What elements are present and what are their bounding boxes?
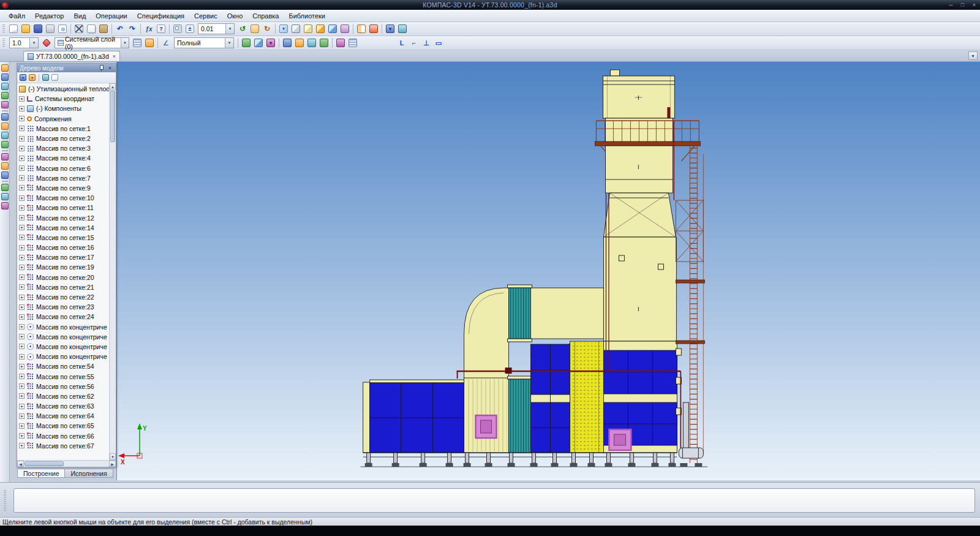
quick-line-button[interactable]: L <box>396 37 408 49</box>
current-scale-combo[interactable]: 0.01 ▾ <box>198 23 235 34</box>
scroll-down-icon[interactable]: ▼ <box>110 453 116 460</box>
expand-icon[interactable]: + <box>19 245 24 251</box>
expand-icon[interactable]: + <box>19 205 24 211</box>
hide-auxiliary-button[interactable]: ▾ <box>265 37 277 49</box>
tree-vertical-scrollbar[interactable]: ▲ ▼ <box>109 83 116 460</box>
expand-icon[interactable]: + <box>19 284 24 290</box>
auxiliary-geometry-tools[interactable] <box>1 101 9 108</box>
strip-separator[interactable] <box>2 181 8 182</box>
save-document-button[interactable] <box>32 23 44 35</box>
menu-file[interactable]: Файл <box>4 11 30 21</box>
expand-icon[interactable]: + <box>19 215 24 221</box>
support-frame[interactable] <box>361 453 708 467</box>
print-preview-button[interactable] <box>56 23 69 35</box>
expand-icon[interactable]: + <box>19 334 24 339</box>
tree-item[interactable]: + Массив по сетке:17 <box>17 252 109 262</box>
rotate-view-button[interactable]: ↻ <box>261 23 273 35</box>
undo-button[interactable]: ↶ <box>114 23 126 35</box>
hidden-lines-display-button[interactable] <box>302 23 314 35</box>
tree-item[interactable]: + Массив по сетке:19 <box>17 262 109 272</box>
model-windows-button[interactable] <box>396 23 409 35</box>
expand-icon[interactable]: + <box>19 443 24 448</box>
design-elements-tools[interactable] <box>1 153 9 160</box>
expand-icon[interactable]: + <box>19 324 24 330</box>
bottom-tab[interactable]: Построение <box>17 469 65 478</box>
pan-button[interactable] <box>249 23 261 35</box>
tree-item[interactable]: + Массив по сетке:21 <box>17 282 109 292</box>
tree-item[interactable]: + Массив по сетке:65 <box>17 421 109 431</box>
toolbar-separator[interactable] <box>39 74 39 81</box>
zoom-in-out-button[interactable]: ± <box>184 23 196 35</box>
space-curves-tools[interactable] <box>1 74 9 81</box>
expand-icon[interactable]: + <box>19 185 24 191</box>
expand-icon[interactable]: + <box>19 96 24 102</box>
chevron-down-icon[interactable]: ▾ <box>225 24 234 34</box>
chevron-down-icon[interactable]: ▾ <box>29 38 38 48</box>
relations-button[interactable] <box>41 73 50 83</box>
sketch-mode-button[interactable] <box>240 37 252 49</box>
tree-panel-titlebar[interactable]: Дерево модели × <box>17 64 116 72</box>
tree-item[interactable]: + Массив по сетке:10 <box>17 193 109 203</box>
menu-service[interactable]: Сервис <box>189 11 222 21</box>
context-help-button[interactable]: ? <box>155 23 167 35</box>
expand-icon[interactable]: + <box>19 265 24 270</box>
redo-button[interactable]: ↷ <box>126 23 138 35</box>
document-tab[interactable]: УТ.73.00.0000_(fn-1).a3d × <box>23 51 120 61</box>
stack-mid-section[interactable] <box>605 146 673 193</box>
bypass-stack-body[interactable] <box>603 237 676 341</box>
drain-piping[interactable] <box>679 402 703 458</box>
rebuild-model-button[interactable] <box>368 23 380 35</box>
quick-parallel-button[interactable]: ⌐ <box>408 37 420 49</box>
expand-icon[interactable]: + <box>19 413 24 419</box>
tree-item[interactable]: + Массив по сетке:12 <box>17 213 109 222</box>
surfaces-tools[interactable] <box>1 83 9 90</box>
tree-item[interactable]: + Массив по сетке:24 <box>17 312 109 322</box>
expand-icon[interactable]: + <box>19 314 24 320</box>
menu-operations[interactable]: Операции <box>91 11 132 21</box>
section-view-button[interactable] <box>355 23 368 35</box>
tree-item[interactable]: + Массив по сетке:56 <box>17 382 109 391</box>
expand-icon[interactable]: + <box>19 344 24 349</box>
layer-state-button[interactable] <box>40 37 53 49</box>
tree-item[interactable]: + Массив по сетке:1 <box>17 124 109 134</box>
expand-icon[interactable]: + <box>19 175 24 181</box>
toolbar-separator[interactable] <box>332 38 333 48</box>
tree-item[interactable]: + Сопряжения <box>17 114 109 124</box>
load-mode-combo[interactable]: Полный ▾ <box>174 37 234 48</box>
scrollbar-thumb[interactable] <box>110 91 115 142</box>
wireframe-display-button[interactable] <box>290 23 302 35</box>
menu-window[interactable]: Окно <box>222 11 248 21</box>
specification-tools[interactable] <box>1 132 9 139</box>
filter-panel-section[interactable] <box>464 378 509 453</box>
tree-item[interactable]: + Массив по сетке:14 <box>17 223 109 233</box>
expand-icon[interactable]: + <box>19 136 24 142</box>
chevron-down-icon[interactable]: ▾ <box>225 38 233 48</box>
tree-item[interactable]: + Массив по сетке:9 <box>17 183 109 193</box>
toolbar-grip[interactable] <box>2 39 5 48</box>
tree-item[interactable]: + Массив по сетке:55 <box>17 371 109 381</box>
expand-icon[interactable]: + <box>19 404 24 409</box>
angle-snap-button[interactable]: ∠ <box>160 37 172 49</box>
expand-icon[interactable]: + <box>19 433 24 439</box>
yellow-casing-section[interactable] <box>570 341 603 453</box>
menu-view[interactable]: Вид <box>69 11 91 21</box>
expand-icon[interactable]: + <box>19 146 24 151</box>
scroll-right-icon[interactable]: ▶ <box>109 461 116 467</box>
toolbar-separator[interactable] <box>111 24 112 34</box>
scroll-left-icon[interactable]: ◀ <box>17 461 24 467</box>
quick-perpendicular-button[interactable]: ⊥ <box>420 37 432 49</box>
copy-button[interactable] <box>85 23 97 35</box>
close-button[interactable]: × <box>968 1 980 10</box>
expand-icon[interactable]: + <box>19 383 24 389</box>
expand-icon[interactable]: + <box>19 354 24 360</box>
maximize-button[interactable]: □ <box>957 1 968 10</box>
expand-icon[interactable]: + <box>19 304 24 310</box>
tree-item[interactable]: (-) Утилизационный теплооб <box>17 84 109 94</box>
panel-close-icon[interactable]: × <box>107 65 113 71</box>
grid-toggle-button[interactable] <box>347 37 359 49</box>
layers-manager-button[interactable] <box>131 37 143 49</box>
shaded-display-button[interactable] <box>314 23 326 35</box>
tree-item[interactable]: + Массив по сетке:66 <box>17 431 109 441</box>
tree-item[interactable]: + Массив по сетке:22 <box>17 292 109 302</box>
tree-item[interactable]: + Массив по сетке:7 <box>17 173 109 183</box>
